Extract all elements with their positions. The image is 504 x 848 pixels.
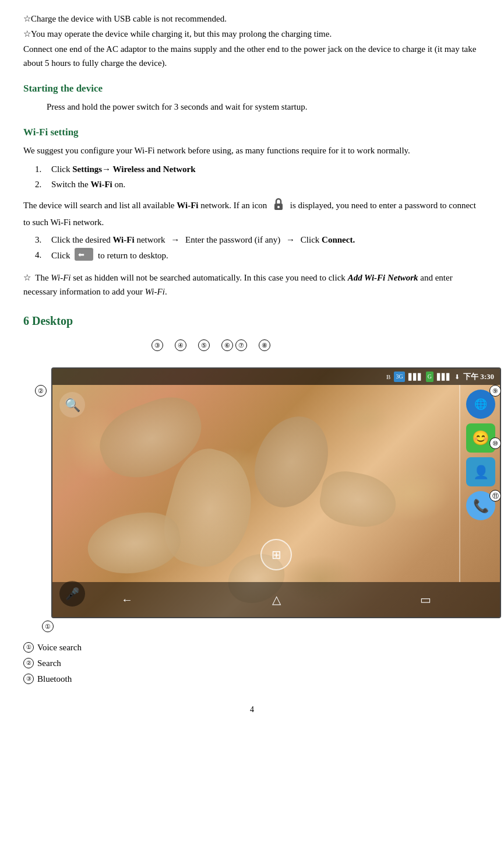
network-3g-icon: 3G — [394, 372, 404, 382]
search-symbol: 🔍 — [65, 395, 80, 415]
step-3-num: 3. — [35, 233, 51, 247]
circle-9: ⑨ — [489, 385, 501, 397]
smiley-symbol: 😊 — [472, 427, 489, 449]
desktop-heading: 6 Desktop — [23, 311, 481, 330]
back-symbol: ← — [121, 590, 133, 609]
vertical-divider — [459, 385, 460, 582]
contact-symbol: 👤 — [473, 462, 489, 482]
svg-text:⬅: ⬅ — [78, 250, 84, 259]
wifi-step-2: 2. Switch the Wi-Fi on. — [35, 177, 481, 191]
desktop-section: 6 Desktop ③ ④ ⑤ ⑥ ⑦ ⑧ ② — [23, 311, 481, 686]
starting-device-section: Starting the device Press and hold the p… — [23, 80, 481, 114]
circle-1: ① — [42, 621, 54, 632]
starting-device-heading: Starting the device — [23, 80, 481, 96]
circle-8: ⑧ — [259, 339, 270, 351]
circle-2: ② — [35, 385, 47, 397]
note-1: ☆Charge the device with USB cable is not… — [23, 12, 481, 26]
legend-item-3: ③ Bluetooth — [23, 672, 481, 686]
legend-item-2: ② Search — [23, 656, 481, 670]
bottom-nav-bar: ← △ ▭ — [52, 582, 500, 617]
legend-num-2: ② — [23, 658, 34, 668]
legend: ① Voice search ② Search ③ Bluetooth — [23, 640, 481, 686]
legend-text-1: Voice search — [37, 640, 82, 654]
top-labels-row: ③ ④ ⑤ ⑥ ⑦ ⑧ — [35, 339, 504, 356]
home-symbol: △ — [272, 590, 281, 609]
wifi-intro: We suggest you configure your Wi-Fi netw… — [23, 143, 481, 157]
legend-num-3: ③ — [23, 674, 34, 684]
apps-grid-button: ⊞ — [260, 539, 292, 570]
step-2-num: 2. — [35, 177, 51, 191]
wifi-step-4: 4. Click ⬅ to return to desktop. — [35, 248, 481, 265]
phone-symbol: 📞 — [473, 496, 489, 516]
nav-recent: ▭ — [413, 587, 438, 612]
step-1-text: Click Settings→ Wireless and Network — [51, 162, 196, 176]
app-icon-symbol: 🌐 — [474, 396, 487, 413]
return-icon: ⬅ — [75, 248, 93, 265]
left-label-wrapper: ② — [35, 385, 47, 397]
circle-11: ⑪ — [489, 490, 501, 502]
gsm-icon: G — [426, 372, 433, 382]
signal-bars-icon: ▋▋▋ — [408, 372, 422, 383]
circle-7: ⑦ — [235, 339, 247, 351]
legend-item-1: ① Voice search — [23, 640, 481, 654]
circle-10: ⑩ — [489, 437, 501, 449]
wifi-section: Wi-Fi setting We suggest you configure y… — [23, 124, 481, 299]
wifi-star-note: ☆ The Wi-Fi set as hidden will not be se… — [23, 271, 481, 299]
circle-4: ④ — [175, 339, 186, 351]
right-labels: ⑨ ⑩ ⑪ — [489, 385, 501, 502]
circle-3: ③ — [151, 339, 163, 351]
legend-text-3: Bluetooth — [37, 672, 72, 686]
circle-6: ⑥ — [221, 339, 233, 351]
step-3-text: Click the desired Wi-Fi network → Enter … — [51, 233, 355, 247]
wifi-step-3: 3. Click the desired Wi-Fi network → Ent… — [35, 233, 481, 247]
step-1-num: 1. — [35, 162, 51, 176]
wifi-para3: The device will search and list all avai… — [23, 197, 481, 229]
phone-diagram-row: ② B 3G ▋▋▋ G ▋▋▋ — [35, 356, 501, 618]
top-circle-labels: ③ ④ ⑤ ⑥ ⑦ ⑧ — [151, 339, 270, 351]
page-number: 4 — [23, 703, 481, 716]
circle-67: ⑥ ⑦ — [221, 339, 247, 351]
note-3: Connect one end of the AC adaptor to the… — [23, 42, 481, 70]
signal-bars-2-icon: ▋▋▋ — [437, 372, 451, 383]
nav-back: ← — [114, 587, 140, 612]
legend-text-2: Search — [37, 656, 61, 670]
note-2: ☆You may operate the device while chargi… — [23, 27, 481, 41]
status-bar: B 3G ▋▋▋ G ▋▋▋ ⬇ 下午 3:30 — [52, 369, 500, 385]
screenshot-icon: ⬇ — [454, 372, 460, 383]
step-4-text: Click ⬅ to return to desktop. — [51, 248, 168, 265]
step-2-text: Switch the Wi-Fi on. — [51, 177, 125, 191]
bluetooth-status-icon: B — [386, 372, 390, 383]
wifi-step-1: 1. Click Settings→ Wireless and Network — [35, 162, 481, 176]
status-time: 下午 3:30 — [463, 371, 494, 383]
svg-point-1 — [277, 206, 280, 208]
nav-home: △ — [263, 587, 289, 612]
legend-num-1: ① — [23, 642, 34, 653]
top-notes: ☆Charge the device with USB cable is not… — [23, 12, 481, 70]
desktop-diagram: ③ ④ ⑤ ⑥ ⑦ ⑧ ② — [23, 339, 501, 632]
lock-icon — [273, 197, 284, 215]
wifi-heading: Wi-Fi setting — [23, 124, 481, 140]
grid-symbol: ⊞ — [272, 545, 281, 564]
starting-device-body: Press and hold the power switch for 3 se… — [47, 100, 481, 114]
recent-symbol: ▭ — [420, 590, 431, 609]
phone-screenshot: B 3G ▋▋▋ G ▋▋▋ ⬇ 下午 3:30 🔍 — [51, 367, 501, 618]
bottom-label-row: ① — [42, 621, 501, 632]
circle-5: ⑤ — [198, 339, 210, 351]
step-4-num: 4. — [35, 248, 51, 265]
